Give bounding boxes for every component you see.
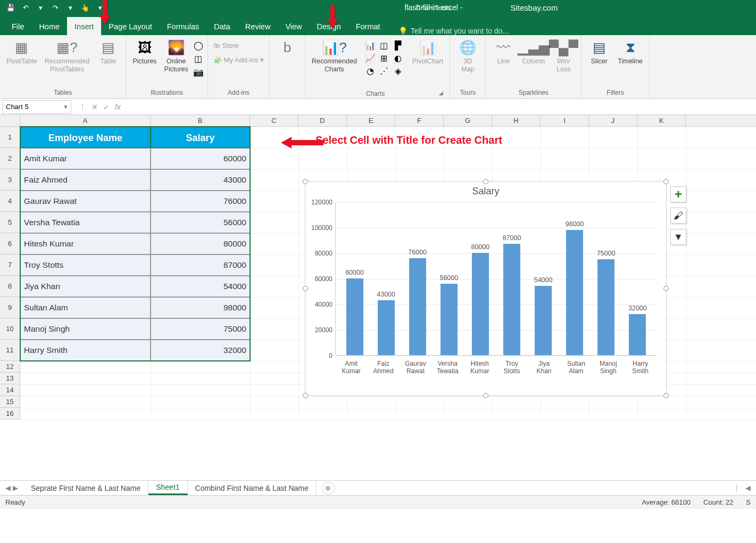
waterfall-chart-icon[interactable]: ▛ bbox=[392, 39, 404, 51]
cell[interactable]: Versha Tewatia bbox=[20, 212, 151, 233]
cell[interactable]: 98000 bbox=[151, 297, 250, 318]
shapes-icon[interactable]: ◯ bbox=[193, 39, 204, 51]
tab-home[interactable]: Home bbox=[31, 17, 67, 35]
chart-bar[interactable] bbox=[472, 253, 489, 355]
redo-icon[interactable]: ↷ bbox=[49, 1, 62, 14]
sparkline-column-button[interactable]: ▁▃▅Column bbox=[519, 37, 548, 67]
column-header[interactable]: E bbox=[347, 115, 395, 126]
cell[interactable]: Harry Smith bbox=[20, 340, 151, 361]
screenshot-icon[interactable]: 📷 bbox=[193, 66, 204, 78]
touch-mode-icon[interactable]: 👆 bbox=[79, 1, 92, 14]
chart-filter-button[interactable]: ▼ bbox=[670, 229, 686, 245]
cell[interactable]: Gaurav Rawat bbox=[20, 191, 151, 212]
new-sheet-button[interactable]: ⊕ bbox=[322, 482, 335, 495]
sheet-tab[interactable]: Seprate First Name & Last Name bbox=[23, 482, 148, 495]
pictures-button[interactable]: 🖼 Pictures bbox=[129, 37, 160, 67]
chart-bar[interactable] bbox=[441, 284, 458, 355]
sheet-nav[interactable]: ◀ ▶ bbox=[0, 484, 23, 492]
row-header[interactable]: 13 bbox=[0, 373, 20, 384]
save-icon[interactable]: 💾 bbox=[4, 1, 17, 14]
row-header[interactable]: 16 bbox=[0, 408, 20, 419]
pivotchart-button[interactable]: 📊 PivotChart bbox=[409, 37, 446, 67]
name-box[interactable]: Chart 5 ▾ bbox=[2, 100, 71, 114]
cell[interactable]: 87000 bbox=[151, 254, 250, 276]
dropdown-icon[interactable]: ▾ bbox=[64, 103, 68, 111]
chart-resize-handle[interactable] bbox=[663, 393, 669, 398]
row-header[interactable]: 10 bbox=[0, 318, 20, 340]
recommended-pivot-button[interactable]: ▦? Recommended PivotTables bbox=[41, 37, 93, 75]
table-button[interactable]: ▤ Table bbox=[94, 37, 122, 67]
table-header-name[interactable]: Employee Name bbox=[20, 127, 151, 148]
cell[interactable]: 56000 bbox=[151, 212, 250, 233]
tab-file[interactable]: File bbox=[4, 17, 31, 35]
column-header[interactable]: G bbox=[444, 115, 492, 126]
tab-scroll-options-icon[interactable]: ⋮ bbox=[733, 484, 740, 492]
chart-resize-handle[interactable] bbox=[663, 179, 669, 184]
row-header[interactable]: 6 bbox=[0, 233, 20, 254]
chart-elements-button[interactable]: + bbox=[670, 186, 686, 202]
qat-dropdown-icon[interactable]: ▾ bbox=[34, 1, 47, 14]
timeline-button[interactable]: ⧗Timeline bbox=[614, 37, 646, 67]
chart-styles-button[interactable]: 🖌 bbox=[670, 208, 686, 224]
statistic-chart-icon[interactable]: ⊞ bbox=[378, 52, 390, 64]
combo-chart-icon[interactable]: ◐ bbox=[392, 52, 404, 64]
cell[interactable]: Amit Kumar bbox=[20, 148, 151, 169]
row-header[interactable]: 7 bbox=[0, 254, 20, 276]
slicer-button[interactable]: ▤Slicer bbox=[585, 37, 613, 67]
chart-resize-handle[interactable] bbox=[663, 286, 669, 291]
cell[interactable]: 43000 bbox=[151, 169, 250, 191]
sparkline-line-button[interactable]: 〰Line bbox=[489, 37, 518, 67]
row-header[interactable]: 8 bbox=[0, 276, 20, 297]
chart-resize-handle[interactable] bbox=[483, 179, 488, 184]
chart-resize-handle[interactable] bbox=[303, 393, 308, 398]
chart-bar[interactable] bbox=[346, 278, 363, 355]
cell[interactable]: Hitesh Kumar bbox=[20, 233, 151, 254]
cell[interactable]: Sultan Alam bbox=[20, 297, 151, 318]
row-header[interactable]: 4 bbox=[0, 191, 20, 212]
row-header[interactable]: 11 bbox=[0, 340, 20, 361]
cell[interactable]: 60000 bbox=[151, 148, 250, 169]
qat-dropdown-icon[interactable]: ▾ bbox=[64, 1, 77, 14]
dialog-launcher-icon[interactable]: ◢ bbox=[439, 90, 443, 97]
chart-bar[interactable] bbox=[535, 286, 552, 355]
line-chart-icon[interactable]: 📈 bbox=[364, 52, 376, 64]
smartart-icon[interactable]: ◫ bbox=[193, 53, 204, 64]
column-header[interactable]: I bbox=[541, 115, 589, 126]
chart-bar[interactable] bbox=[409, 258, 426, 355]
undo-icon[interactable]: ↶ bbox=[19, 1, 32, 14]
embedded-chart[interactable]: Salary 020000400006000080000100000120000… bbox=[305, 181, 667, 396]
chart-resize-handle[interactable] bbox=[303, 179, 308, 184]
cell[interactable]: 80000 bbox=[151, 233, 250, 254]
next-sheet-icon[interactable]: ▶ bbox=[13, 484, 18, 492]
cell[interactable]: Jiya Khan bbox=[20, 276, 151, 297]
formula-cancel-icon[interactable]: ✕ bbox=[92, 103, 98, 111]
row-header[interactable]: 14 bbox=[0, 384, 20, 396]
chart-resize-handle[interactable] bbox=[483, 393, 488, 398]
hierarchy-chart-icon[interactable]: ◫ bbox=[378, 39, 390, 51]
cell[interactable]: 32000 bbox=[151, 340, 250, 361]
column-header[interactable]: C bbox=[250, 115, 298, 126]
online-pictures-button[interactable]: 🌄 Online Pictures bbox=[161, 37, 192, 75]
column-header[interactable]: D bbox=[298, 115, 347, 126]
my-addins-button[interactable]: 🧩My Add-ins▾ bbox=[211, 55, 266, 65]
pivot-table-button[interactable]: ▦ PivotTable bbox=[3, 37, 40, 67]
cell[interactable]: Manoj Singh bbox=[20, 318, 151, 340]
sparkline-winloss-button[interactable]: ▀▄▀Win/ Loss bbox=[549, 37, 578, 75]
formula-options-icon[interactable]: ⋮ bbox=[79, 103, 86, 111]
table-header-salary[interactable]: Salary bbox=[151, 127, 250, 148]
formula-enter-icon[interactable]: ✓ bbox=[103, 103, 110, 111]
fx-icon[interactable]: fx bbox=[115, 103, 121, 111]
qat-dropdown-icon[interactable]: ▾ bbox=[94, 1, 106, 14]
row-header[interactable]: 12 bbox=[0, 361, 20, 373]
store-button[interactable]: 🛍Store bbox=[211, 40, 241, 51]
chart-bar[interactable] bbox=[503, 244, 520, 355]
chart-plot-area[interactable]: 0200004000060000800001000001200006000043… bbox=[335, 202, 657, 356]
pie-chart-icon[interactable]: ◔ bbox=[364, 65, 376, 77]
surface-chart-icon[interactable]: ◈ bbox=[392, 65, 404, 77]
tab-formulas[interactable]: Formulas bbox=[160, 17, 206, 35]
column-header[interactable]: J bbox=[589, 115, 637, 126]
chart-bar[interactable] bbox=[378, 300, 395, 355]
chart-bar[interactable] bbox=[566, 230, 583, 355]
recommended-charts-button[interactable]: 📊? Recommended Charts bbox=[309, 37, 360, 75]
cell[interactable]: Faiz Ahmed bbox=[20, 169, 151, 191]
